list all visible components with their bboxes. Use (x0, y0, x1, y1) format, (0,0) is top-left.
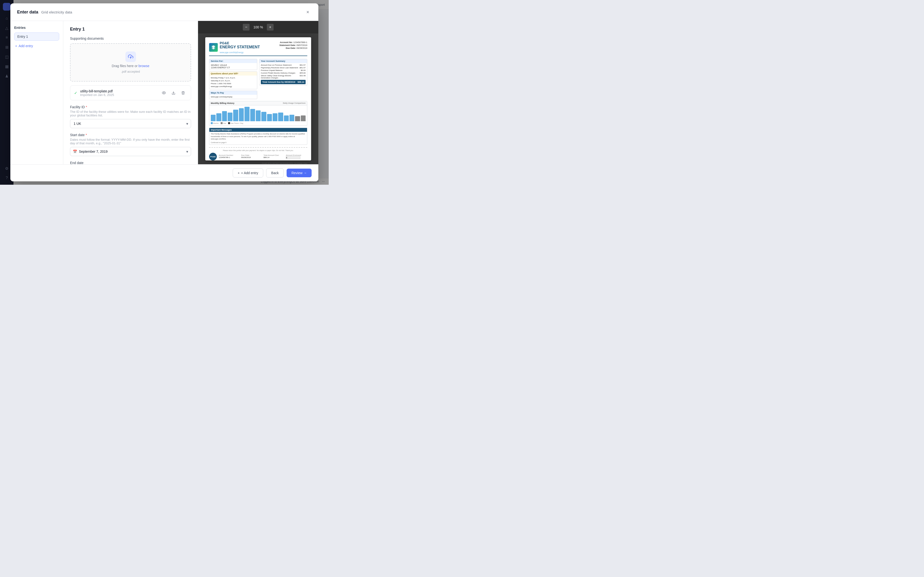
bar-11 (267, 114, 272, 121)
es-continued: Continued on page 6 (211, 142, 306, 144)
entries-sidebar: Entries Entry 1 + Add entry (10, 21, 63, 164)
es-tearoff-text: Please return this portion with your pay… (209, 150, 307, 151)
bar-3 (222, 111, 227, 121)
es-billing-body: Electric Gas Gas Therm / Day (210, 105, 307, 126)
es-billing-history: Monthly Billing History Daily Usage Comp… (209, 101, 307, 126)
bar-7 (245, 107, 249, 121)
doc-preview-content[interactable]: PG&E ENERGY STATEMENT www.pge.com/MyEner… (198, 34, 318, 164)
bar-8 (250, 109, 255, 121)
facility-id-field: Facility ID * The ID of the facility the… (70, 105, 191, 128)
preview-toolbar: − 100 % + (198, 21, 318, 34)
file-item: ✓ utility-bill-template.pdf Imported on … (70, 85, 191, 100)
file-name: utility-bill-template.pdf (80, 89, 114, 93)
entry-form-title: Entry 1 (70, 27, 191, 32)
energy-statement-doc: PG&E ENERGY STATEMENT www.pge.com/MyEner… (205, 37, 311, 160)
add-icon: + (15, 44, 17, 48)
es-payment-info: PG&E Account Number: 123456789-1 Due Dat… (209, 153, 307, 160)
modal-header: Enter data Grid electricity data × (10, 3, 318, 21)
bar-2 (216, 113, 221, 121)
footer-add-entry-button[interactable]: + + Add entry (233, 168, 263, 177)
es-questions-body: Monday-Friday 7 a.m.-9 p.m.Saturday 8 a.… (210, 76, 257, 89)
start-date-input-wrapper: 📅 ▾ (70, 147, 191, 156)
facility-id-select[interactable]: 1 UK (70, 119, 191, 128)
es-sections: Service For: SPARKY JOULE 12345 ENERGY C… (209, 59, 307, 99)
bar-13 (278, 113, 283, 121)
end-date-field: End date (70, 161, 191, 164)
start-date-input[interactable] (70, 147, 191, 156)
back-button[interactable]: Back (266, 168, 284, 177)
es-service-box: Service For: SPARKY JOULE 12345 ENERGY C… (209, 59, 257, 70)
chart-legend: Electric Gas Gas Therm / Day (211, 122, 306, 124)
facility-id-label: Facility ID * (70, 105, 191, 109)
es-summary-row-1: Payment(s) Received Since Last Statement… (261, 67, 306, 69)
es-left-col: Service For: SPARKY JOULE 12345 ENERGY C… (209, 59, 257, 99)
es-tearoff: Please return this portion with your pay… (209, 147, 307, 164)
file-download-button[interactable] (169, 89, 177, 97)
file-info: ✓ utility-bill-template.pdf Imported on … (74, 89, 114, 97)
file-delete-button[interactable] (179, 89, 187, 97)
bar-15 (289, 115, 294, 121)
es-questions-box: Questions about your bill? Monday-Friday… (209, 71, 257, 89)
zoom-in-button[interactable]: + (267, 24, 274, 31)
end-date-label: End date (70, 161, 191, 164)
modal-overlay: Enter data Grid electricity data × Entri… (0, 0, 329, 185)
bar-10 (261, 112, 266, 121)
add-entry-sidebar-button[interactable]: + Add entry (14, 43, 34, 49)
bar-14 (284, 116, 289, 121)
es-summary-body: Amount Due on Previous Statement $91.57 … (260, 63, 307, 85)
start-date-label: Start date * (70, 133, 191, 137)
enter-data-modal: Enter data Grid electricity data × Entri… (10, 3, 318, 181)
es-right-col: Your Account Summary Amount Due on Previ… (259, 59, 307, 99)
bar-17 (301, 116, 306, 121)
facility-id-desc: The ID of the facility these utilities w… (70, 110, 191, 117)
add-entry-sidebar-label: Add entry (19, 44, 33, 48)
es-total-row: Total Amount Due by 08/28/2019 $88.14 (261, 80, 306, 84)
start-date-desc: Dates must follow the format: YYYY-MM-DD… (70, 138, 191, 145)
review-label: Review → (291, 171, 307, 175)
calendar-icon: 📅 (73, 150, 77, 153)
es-billing-header: Monthly Billing History Daily Usage Comp… (210, 101, 307, 105)
es-payment-grid: Account Number: 123456789-1 Due Date: 09… (219, 154, 307, 159)
es-messages-body: The Family Electric Rate Assistance (FER… (210, 132, 307, 145)
es-summary-box: Your Account Summary Amount Due on Previ… (259, 59, 307, 85)
browse-link[interactable]: browse (139, 64, 150, 68)
file-preview-button[interactable] (160, 89, 168, 97)
es-summary-row-4: Silicon Valley Clean Energy Electric Gen… (261, 74, 306, 79)
bar-9 (256, 110, 261, 121)
entry-item[interactable]: Entry 1 (14, 32, 59, 41)
file-details: utility-bill-template.pdf Imported on Ja… (80, 89, 114, 97)
modal-subtitle: Grid electricity data (41, 10, 72, 14)
file-dropzone[interactable]: Drag files here or browse .pdf accepted (70, 43, 191, 82)
es-account-info: Account No: 1234567890-1 Statement Date:… (279, 41, 307, 50)
footer-add-entry-label: + Add entry (241, 171, 258, 175)
footer-add-icon: + (238, 171, 240, 175)
upload-icon (125, 52, 136, 62)
es-ways-to-pay-box: Ways To Pay www.pge.com/waystopay (209, 91, 257, 99)
bar-16 (295, 116, 300, 121)
es-summary-row-0: Amount Due on Previous Statement $91.57 (261, 64, 306, 66)
review-button[interactable]: Review → (287, 169, 311, 177)
es-messages: Important Messages The Family Electric R… (209, 128, 307, 145)
es-ways-body: www.pge.com/waystopay (210, 95, 257, 99)
zoom-out-button[interactable]: − (243, 24, 250, 31)
es-header: PG&E ENERGY STATEMENT www.pge.com/MyEner… (209, 41, 307, 56)
start-date-required: * (85, 133, 87, 137)
es-amount-enclosed-input: $ (286, 156, 300, 159)
es-service-body: SPARKY JOULE 12345 ENERGY CT (210, 63, 257, 70)
supporting-docs-section: Supporting documents Drag files here or (70, 37, 191, 100)
svg-point-1 (163, 92, 164, 93)
es-return-address: PG&E BOX 997300 SACRAMENTO, CA 95899-730… (209, 162, 307, 164)
es-summary-row-3: Current PG&E Electric Delivery Charges $… (261, 72, 306, 74)
modal-footer: + + Add entry Back Review → (10, 164, 318, 181)
es-logo (209, 43, 218, 52)
modal-close-button[interactable]: × (304, 8, 311, 16)
es-summary-row-2: Previous Unpaid Balance $0.00 (261, 69, 306, 71)
bar-5 (233, 110, 238, 121)
facility-id-select-wrapper: 1 UK ▾ (70, 119, 191, 128)
es-payment-logo: PG&E (209, 153, 217, 160)
file-actions (160, 89, 187, 97)
dropzone-text: Drag files here or browse (112, 64, 149, 68)
file-check-icon: ✓ (74, 91, 77, 95)
doc-preview-panel: − 100 % + (198, 21, 318, 164)
es-logo-area: PG&E ENERGY STATEMENT www.pge.com/MyEner… (209, 41, 260, 54)
